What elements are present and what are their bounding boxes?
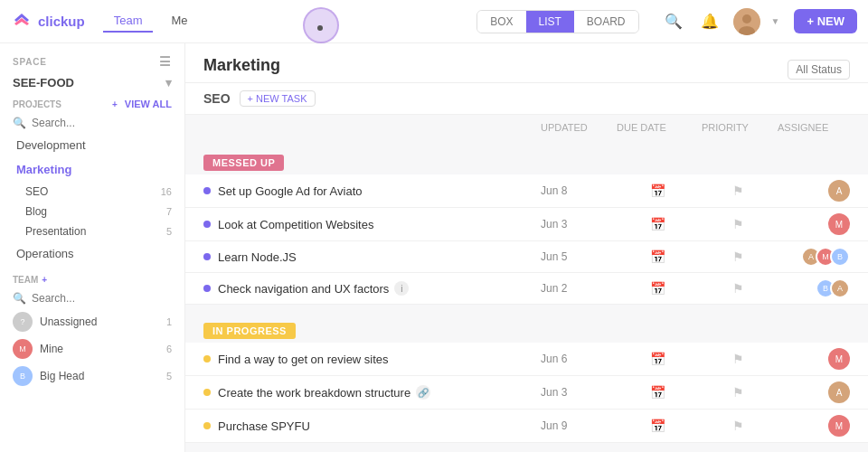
calendar-icon[interactable]: 📅 [617, 385, 698, 400]
team-header: TEAM + [0, 266, 184, 288]
table-row[interactable]: Create the work breakdown structure 🔗 Ju… [185, 376, 868, 410]
logo: clickup [11, 11, 85, 33]
task-dot-purple [203, 221, 211, 228]
content-area: Marketing All Status SEO + NEW TASK UPDA… [185, 43, 868, 452]
calendar-icon[interactable]: 📅 [617, 184, 698, 198]
sidebar-team-bighead[interactable]: B Big Head 5 [0, 363, 184, 390]
priority-icon[interactable]: ⚑ [702, 281, 774, 296]
info-icon: i [394, 281, 409, 296]
projects-header: PROJECTS + View all [0, 91, 184, 113]
col-assignee: ASSIGNEE [778, 122, 850, 133]
table-row[interactable]: Learn Node.JS Jun 5 📅 ⚑ A M B [185, 241, 868, 273]
search-icon-team: 🔍 [13, 292, 26, 305]
mine-avatar: M [13, 339, 33, 359]
view-tab-box[interactable]: BOX [477, 11, 525, 33]
main-layout: SPACE ☰ SEE-FOOD ▾ PROJECTS + View all 🔍… [0, 43, 868, 452]
priority-icon[interactable]: ⚑ [702, 385, 774, 400]
calendar-icon[interactable]: 📅 [617, 352, 698, 366]
sidebar-search-projects[interactable]: 🔍 [0, 113, 184, 133]
sidebar-item-development[interactable]: Development [4, 134, 181, 156]
space-caret[interactable]: ▾ [165, 76, 172, 89]
sidebar-search-input[interactable] [32, 117, 167, 129]
search-icon[interactable]: 🔍 [661, 9, 686, 34]
section-in-progress: IN PROGRESS [185, 305, 868, 343]
calendar-icon[interactable]: 📅 [617, 250, 698, 264]
priority-icon[interactable]: ⚑ [702, 184, 774, 198]
avatar-caret[interactable]: ▼ [771, 16, 780, 26]
notification-icon[interactable]: 🔔 [697, 9, 722, 34]
task-date: Jun 2 [541, 282, 613, 295]
sidebar: SPACE ☰ SEE-FOOD ▾ PROJECTS + View all 🔍… [0, 43, 185, 452]
sidebar-team-mine[interactable]: M Mine 6 [0, 335, 184, 363]
logo-text: clickup [38, 14, 85, 29]
new-button[interactable]: + NEW [794, 9, 857, 33]
new-task-button[interactable]: + NEW TASK [240, 90, 316, 107]
view-all-link[interactable]: View all [125, 99, 172, 109]
task-date: Jun 9 [541, 419, 613, 432]
task-date: Jun 3 [541, 386, 613, 399]
assignee-avatar: M [828, 415, 850, 437]
task-date: Jun 6 [541, 353, 613, 365]
task-dot-purple [203, 253, 211, 260]
assignee-cell: B A [778, 278, 850, 298]
unassigned-avatar: ? [13, 312, 33, 332]
svg-point-1 [742, 14, 751, 24]
assignee-avatar-3: B [830, 247, 850, 267]
avatar[interactable] [733, 8, 760, 35]
assignee-stack: A M B [801, 247, 850, 267]
space-name[interactable]: SEE-FOOD ▾ [0, 72, 184, 91]
col-due-date: DUE DATE [617, 122, 698, 133]
sidebar-subitem-presentation[interactable]: Presentation 5 [0, 221, 184, 241]
task-date: Jun 8 [541, 184, 613, 197]
task-dot-yellow [203, 422, 211, 429]
priority-icon[interactable]: ⚑ [702, 352, 774, 366]
sidebar-item-operations[interactable]: Operations [4, 242, 181, 265]
nav-tab-me[interactable]: Me [160, 10, 198, 33]
assignee-avatar: M [828, 213, 850, 235]
bighead-avatar: B [13, 366, 33, 386]
calendar-icon[interactable]: 📅 [617, 217, 698, 231]
col-priority: PRIORITY [702, 122, 774, 133]
task-date: Jun 3 [541, 218, 613, 231]
projects-add-icon[interactable]: + [112, 99, 118, 109]
sidebar-item-marketing[interactable]: Marketing [4, 158, 181, 181]
task-dot-purple [203, 187, 211, 194]
section-bar-messed-up: MESSED UP [203, 147, 850, 174]
sidebar-search-team[interactable]: 🔍 [0, 288, 184, 308]
search-icon-sidebar: 🔍 [13, 117, 26, 129]
view-tab-list[interactable]: LIST [526, 11, 574, 33]
priority-icon[interactable]: ⚑ [702, 250, 774, 264]
table-header: UPDATED DUE DATE PRIORITY ASSIGNEE [185, 118, 868, 137]
col-updated: UPDATED [541, 122, 613, 133]
all-status-button[interactable]: All Status [788, 60, 850, 80]
task-name: Find a way to get on review sites [203, 353, 537, 366]
sidebar-subitem-blog[interactable]: Blog 7 [0, 202, 184, 221]
team-add-icon[interactable]: + [42, 275, 47, 285]
table-row[interactable]: Look at Competition Websites Jun 3 📅 ⚑ M [185, 208, 868, 241]
sidebar-team-unassigned[interactable]: ? Unassigned 1 [0, 308, 184, 335]
section-messed-up: MESSED UP [185, 137, 868, 174]
view-tab-board[interactable]: BOARD [574, 11, 638, 33]
sidebar-team-search-input[interactable] [32, 292, 167, 305]
task-dot-yellow [203, 389, 211, 396]
table-row[interactable]: Set up Google Ad for Aviato Jun 8 📅 ⚑ A [185, 174, 868, 208]
table-row[interactable]: Check navigation and UX factors i Jun 2 … [185, 273, 868, 305]
logo-icon [11, 11, 33, 33]
space-label: SPACE ☰ [0, 43, 184, 72]
space-menu-icon[interactable]: ☰ [159, 54, 172, 69]
assignee-cell: A [778, 381, 850, 403]
calendar-icon[interactable]: 📅 [617, 419, 698, 433]
nav-tab-team[interactable]: Team [103, 10, 154, 33]
task-name: Look at Competition Websites [203, 218, 537, 231]
badge-in-progress: IN PROGRESS [203, 323, 296, 339]
priority-icon[interactable]: ⚑ [702, 419, 774, 433]
section-bar-in-progress: IN PROGRESS [203, 315, 850, 343]
task-name: Learn Node.JS [203, 250, 537, 264]
table-row[interactable]: Purchase SPYFU Jun 9 📅 ⚑ M [185, 410, 868, 443]
link-icon: 🔗 [416, 385, 430, 400]
calendar-icon[interactable]: 📅 [617, 281, 698, 296]
table-row[interactable]: Find a way to get on review sites Jun 6 … [185, 343, 868, 376]
sidebar-subitem-seo[interactable]: SEO 16 [0, 182, 184, 202]
badge-messed-up: MESSED UP [203, 155, 284, 171]
priority-icon[interactable]: ⚑ [702, 217, 774, 231]
